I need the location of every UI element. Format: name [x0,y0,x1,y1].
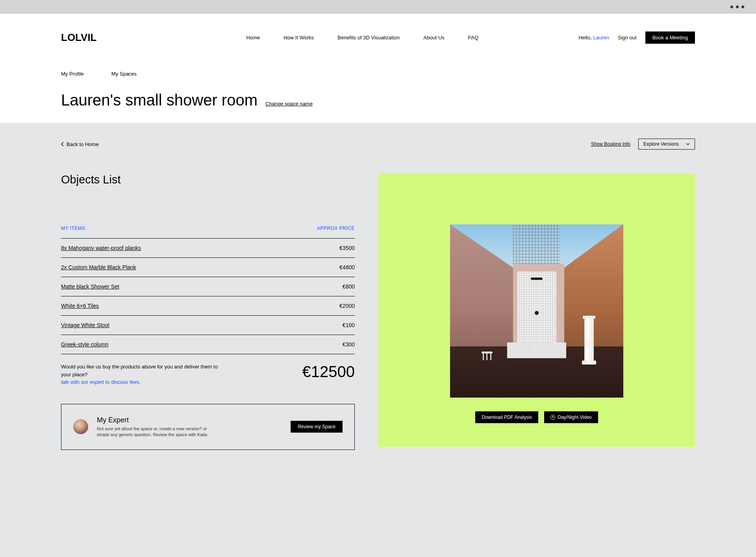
logo[interactable]: LOLVIL [61,31,97,44]
hello-prefix: Hello, [579,35,593,41]
content-row: Objects List MY ITEMS APPROX PRICE 8x Ma… [61,173,695,450]
back-label: Back to Home [67,141,99,147]
browser-chrome [0,0,756,14]
sign-out-link[interactable]: Sign out [618,35,637,41]
total-text: Would you like us buy the products above… [61,363,226,386]
review-my-space-button[interactable]: Review my Space [291,421,343,433]
main-area: Back to Home Show Booking Info Explore V… [0,123,756,489]
nav-links: Home How It Works Benefits of 3D Visuali… [246,35,478,41]
window-dot [741,6,744,8]
render-buttons: Download PDF Analysis Day/Night Video [475,411,598,423]
item-name-link[interactable]: Vintage White Stool [61,322,109,328]
item-name-link[interactable]: Matte black Shower Set [61,283,119,290]
change-space-name-link[interactable]: Change space name [265,101,313,107]
chevron-down-icon [686,143,690,145]
talk-with-expert-link[interactable]: talk with our expert to discuss fees. [61,379,141,385]
greeting: Hello, Lauren [579,35,609,41]
header-approx-price: APPROX PRICE [317,226,355,231]
render-panel: Download PDF Analysis Day/Night Video [378,173,695,447]
objects-list-title: Objects List [61,173,355,186]
page-title: Lauren's small shower room [61,91,258,109]
window-dot [730,6,733,8]
item-price: €300 [343,341,355,348]
render-image[interactable] [450,224,623,398]
list-header: MY ITEMS APPROX PRICE [61,226,355,238]
item-row: White 6×6 Tiles€2000 [61,296,355,315]
expert-title: My Expert [97,416,282,424]
clock-icon [550,415,555,420]
expert-card: My Expert Not sure yet about the space o… [61,404,355,450]
expert-avatar [73,419,88,434]
item-row: 2x Custom Marble Black Plank€4800 [61,257,355,277]
daynight-label: Day/Night Video [558,415,592,420]
chevron-left-icon [61,142,64,146]
tab-my-profile[interactable]: My Profile [61,71,84,81]
item-name-link[interactable]: 2x Custom Marble Black Plank [61,264,136,270]
user-name[interactable]: Lauren [593,35,609,41]
item-price: €800 [343,283,355,290]
item-name-link[interactable]: 8x Mahogany water-proof planks [61,245,141,251]
item-row: Greek-style column€300 [61,335,355,354]
profile-tabs: My Profile My Spaces [61,71,695,81]
download-pdf-button[interactable]: Download PDF Analysis [475,411,538,423]
total-price: €12500 [302,363,355,381]
title-row: Lauren's small shower room Change space … [61,81,695,123]
book-meeting-button[interactable]: Book a Meeting [645,31,695,44]
window-dot [736,6,739,8]
toolbar: Back to Home Show Booking Info Explore V… [61,139,695,150]
item-price: €2000 [339,303,355,309]
item-price: €100 [343,322,355,328]
back-to-home-link[interactable]: Back to Home [61,141,99,147]
objects-column: Objects List MY ITEMS APPROX PRICE 8x Ma… [61,173,355,450]
day-night-video-button[interactable]: Day/Night Video [544,411,598,423]
show-booking-info-link[interactable]: Show Booking Info [591,141,630,147]
expert-text: My Expert Not sure yet about the space o… [97,416,282,438]
item-name-link[interactable]: Greek-style column [61,341,109,348]
item-row: Vintage White Stool€100 [61,315,355,335]
item-name-link[interactable]: White 6×6 Tiles [61,303,99,309]
expert-description: Not sure yet about the space or, create … [97,426,219,438]
nav-benefits[interactable]: Benefits of 3D Visualization [337,35,400,41]
total-row: Would you like us buy the products above… [61,363,355,386]
item-row: 8x Mahogany water-proof planks€3500 [61,238,355,257]
tab-my-spaces[interactable]: My Spaces [111,71,137,81]
render-column: Download PDF Analysis Day/Night Video [378,173,695,450]
nav-row: LOLVIL Home How It Works Benefits of 3D … [61,26,695,49]
nav-faq[interactable]: FAQ [468,35,478,41]
header-my-items: MY ITEMS [61,226,85,231]
explore-label: Explore Versions [643,141,679,147]
nav-home[interactable]: Home [246,35,260,41]
item-price: €3500 [339,245,355,251]
explore-versions-button[interactable]: Explore Versions [638,139,695,150]
nav-about[interactable]: About Us [423,35,444,41]
header: LOLVIL Home How It Works Benefits of 3D … [0,14,756,123]
nav-right: Hello, Lauren Sign out Book a Meeting [579,31,695,44]
toolbar-right: Show Booking Info Explore Versions [591,139,695,150]
item-price: €4800 [339,264,355,270]
items-list: 8x Mahogany water-proof planks€35002x Cu… [61,238,355,354]
delivery-question: Would you like us buy the products above… [61,364,218,378]
item-row: Matte black Shower Set€800 [61,277,355,296]
nav-how-it-works[interactable]: How It Works [284,35,314,41]
